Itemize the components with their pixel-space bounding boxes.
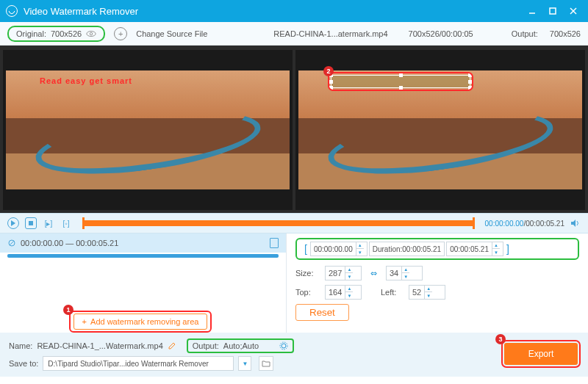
segment-row[interactable]: 00:00:00.00 — 00:00:05.21: [0, 233, 286, 253]
save-label: Save to:: [9, 359, 38, 368]
svg-line-10: [10, 241, 14, 245]
start-time-input[interactable]: 00:00:00.00▲▼: [310, 242, 368, 256]
close-button[interactable]: [564, 2, 582, 20]
toolbar: Original: 700x526 + Change Source File R…: [0, 22, 588, 46]
mid-panel: 00:00:00.00 — 00:00:05.21 1 + Add waterm…: [0, 233, 588, 333]
file-name: READ-CHINA-1...atermark.mp4: [273, 29, 387, 38]
timeline-time: 00:00:00.00/00:00:05.21: [485, 220, 564, 228]
app-logo-icon: [6, 5, 18, 17]
file-info: 700x526/00:00:05: [409, 29, 473, 38]
annotation-outline-1: [69, 311, 212, 333]
stop-button[interactable]: [25, 217, 37, 229]
height-input[interactable]: 34▲▼: [386, 266, 423, 280]
gear-icon[interactable]: [279, 341, 288, 350]
app-title: Video Watermark Remover: [24, 6, 138, 17]
output-label: Output:: [512, 29, 538, 38]
timeline-track[interactable]: [82, 220, 475, 226]
step-up[interactable]: ▲: [356, 242, 364, 249]
name-label: Name:: [9, 341, 32, 350]
step-down[interactable]: ▼: [492, 249, 500, 256]
left-label: Left:: [381, 288, 403, 297]
left-input[interactable]: 52▲▼: [409, 285, 445, 300]
svg-rect-7: [29, 221, 33, 225]
delete-segment-button[interactable]: [270, 238, 279, 248]
titlebar: Video Watermark Remover: [0, 0, 588, 22]
step-up[interactable]: ▲: [492, 242, 500, 249]
reset-button[interactable]: Reset: [295, 304, 349, 321]
preview-output[interactable]: 2: [295, 50, 585, 210]
maximize-button[interactable]: [544, 2, 562, 20]
preview-area: Read easy get smart 2: [0, 46, 588, 213]
svg-marker-8: [571, 220, 576, 227]
open-folder-button[interactable]: [259, 356, 273, 371]
save-path-input[interactable]: D:\Tipard Studio\Tipar...ideo Watermark …: [43, 356, 234, 371]
annotation-outline-2: [328, 72, 473, 91]
bracket-right-icon[interactable]: ]: [503, 243, 512, 255]
mark-out-button[interactable]: [◦]: [60, 217, 72, 229]
change-source-link[interactable]: Change Source File: [136, 29, 207, 38]
top-input[interactable]: 164▲▼: [325, 285, 362, 300]
volume-icon[interactable]: [570, 218, 581, 228]
step-down[interactable]: ▼: [356, 249, 364, 256]
preview-original: Read easy get smart: [3, 50, 293, 210]
output-label: Output:: [193, 341, 219, 350]
time-range-group: [ 00:00:00.00▲▼ Duration:00:00:05.21 00:…: [295, 238, 579, 260]
original-dim: 700x526: [51, 29, 82, 38]
eye-icon[interactable]: [86, 30, 96, 37]
size-label: Size:: [295, 269, 319, 278]
time-total: /00:00:05.21: [523, 220, 564, 228]
segment-range: 00:00:00.00 — 00:00:05.21: [21, 239, 118, 247]
time-current: 00:00:00.00: [485, 220, 524, 228]
output-group: Output: Auto;Auto: [187, 338, 294, 353]
params-panel: [ 00:00:00.00▲▼ Duration:00:00:05.21 00:…: [287, 233, 588, 333]
watermark-text: Read easy get smart: [40, 76, 132, 85]
export-button[interactable]: Export: [504, 343, 578, 365]
svg-point-11: [282, 344, 286, 348]
output-dim: 700x526: [550, 29, 581, 38]
bracket-left-icon[interactable]: [: [301, 243, 310, 255]
segments-panel: 00:00:00.00 — 00:00:05.21 1 + Add waterm…: [0, 233, 287, 333]
original-chip: Original: 700x526: [7, 26, 105, 42]
callout-2: 2: [323, 66, 334, 76]
svg-marker-6: [11, 220, 15, 226]
timeline-bar: [▸] [◦] 00:00:00.00/00:00:05.21: [0, 213, 588, 233]
duration-input[interactable]: Duration:00:00:05.21: [369, 242, 445, 256]
width-input[interactable]: 287▲▼: [325, 266, 362, 280]
name-value: READ-CHINA-1_...Watermark.mp4: [37, 341, 162, 350]
play-button[interactable]: [7, 217, 19, 229]
svg-point-4: [87, 31, 96, 36]
link-icon[interactable]: ⇔: [370, 269, 377, 278]
minimize-button[interactable]: [523, 2, 541, 20]
output-value: Auto;Auto: [223, 341, 275, 350]
top-label: Top:: [295, 288, 319, 297]
mark-in-button[interactable]: [▸]: [43, 217, 54, 229]
callout-1: 1: [63, 305, 74, 315]
add-file-button[interactable]: +: [114, 27, 127, 40]
segment-icon: [7, 239, 16, 247]
footer: Name: READ-CHINA-1_...Watermark.mp4 Outp…: [0, 333, 588, 377]
edit-icon[interactable]: [168, 341, 176, 350]
save-path-dropdown[interactable]: ▼: [238, 356, 251, 371]
original-label: Original:: [16, 29, 46, 38]
end-time-input[interactable]: 00:00:05.21▲▼: [446, 242, 503, 256]
svg-point-5: [90, 32, 93, 35]
svg-rect-1: [550, 8, 556, 14]
